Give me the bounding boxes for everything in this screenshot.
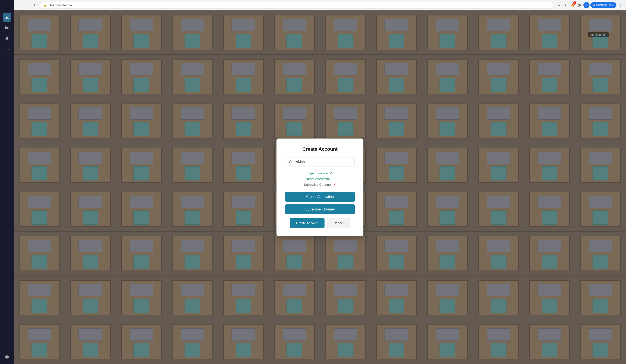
back-button[interactable]: ← <box>16 2 23 8</box>
create-attestation-label: Create Attestation <box>305 177 331 181</box>
reload-button[interactable]: ↻ <box>32 2 38 8</box>
sidebar-bell[interactable] <box>2 34 11 43</box>
extensions-button[interactable] <box>576 2 583 8</box>
subscribe-channel-label: Subscribe Channel <box>304 183 331 186</box>
modal-title: Create Account <box>302 146 338 152</box>
cancel-button[interactable]: Cancel <box>327 218 350 228</box>
modal-bottom-actions: Create Account Cancel <box>285 218 355 228</box>
sidebar-folder[interactable] <box>2 24 11 32</box>
create-account-modal: Create Account Sign message ✓ Create Att… <box>276 138 363 236</box>
sidebar-download[interactable] <box>2 13 11 22</box>
create-attestation-check: ✓ <box>332 177 335 181</box>
sidebar-transfer[interactable] <box>2 44 11 53</box>
step-subscribe-channel: Subscribe Channel ✕ <box>285 182 355 186</box>
update-button[interactable]: 重新啟動即可更新 <box>590 2 617 8</box>
sidebar-settings[interactable] <box>2 353 11 361</box>
subscribe-channel-button[interactable]: Subscribe Channel <box>285 204 355 214</box>
svg-rect-0 <box>5 6 9 6</box>
translate-button[interactable] <box>555 2 562 8</box>
sidebar-menu[interactable] <box>2 3 11 11</box>
svg-rect-2 <box>5 8 9 8</box>
svg-rect-1 <box>5 7 9 7</box>
url-text: chainwave-tw.com <box>49 3 72 7</box>
address-bar[interactable]: 🔒 chainwave-tw.com <box>40 2 554 9</box>
extension-fire-button[interactable]: 🔥 1 <box>569 2 576 8</box>
forward-button[interactable]: → <box>24 2 30 8</box>
profile-button[interactable]: R <box>583 2 589 8</box>
main-area: ← → ↻ 🔒 chainwave-tw.com ★ 🔥 1 R 重新啟動即可更… <box>14 0 626 364</box>
step-sign-message: Sign message ✓ <box>285 171 355 175</box>
svg-rect-3 <box>5 18 9 19</box>
menu-dots-button[interactable]: ⋮ <box>617 2 624 8</box>
star-button[interactable]: ★ <box>562 2 569 8</box>
lock-icon: 🔒 <box>44 4 47 7</box>
account-name-input[interactable] <box>285 157 355 167</box>
sign-message-check: ✓ <box>330 171 333 175</box>
step-create-attestation: Create Attestation ✓ <box>285 177 355 181</box>
subscribe-channel-check: ✕ <box>333 182 336 186</box>
create-attestation-button[interactable]: Create Attestation <box>285 192 355 202</box>
sidebar <box>0 0 14 364</box>
modal-overlay: Create Account Sign message ✓ Create Att… <box>14 10 626 364</box>
page-content: notifications Create Account Sign messag… <box>14 10 626 364</box>
create-account-button[interactable]: Create Account <box>290 218 324 228</box>
browser-actions: ★ 🔥 1 R 重新啟動即可更新 ⋮ <box>555 2 624 8</box>
sign-message-label: Sign message <box>307 171 328 175</box>
browser-bar: ← → ↻ 🔒 chainwave-tw.com ★ 🔥 1 R 重新啟動即可更… <box>14 0 626 10</box>
